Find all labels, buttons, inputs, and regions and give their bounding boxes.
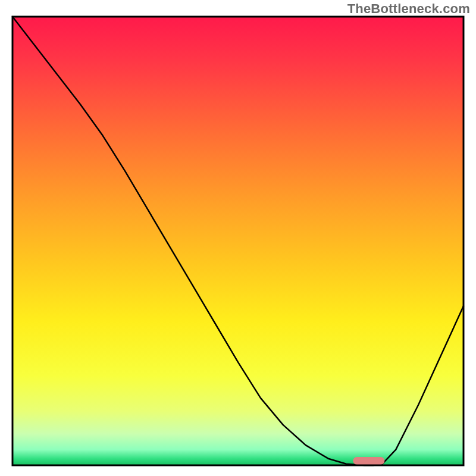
optimal-marker <box>353 457 384 465</box>
chart-container: { "watermark": "TheBottleneck.com", "cha… <box>0 0 476 476</box>
gradient-background <box>12 17 464 465</box>
chart-svg <box>0 0 476 476</box>
